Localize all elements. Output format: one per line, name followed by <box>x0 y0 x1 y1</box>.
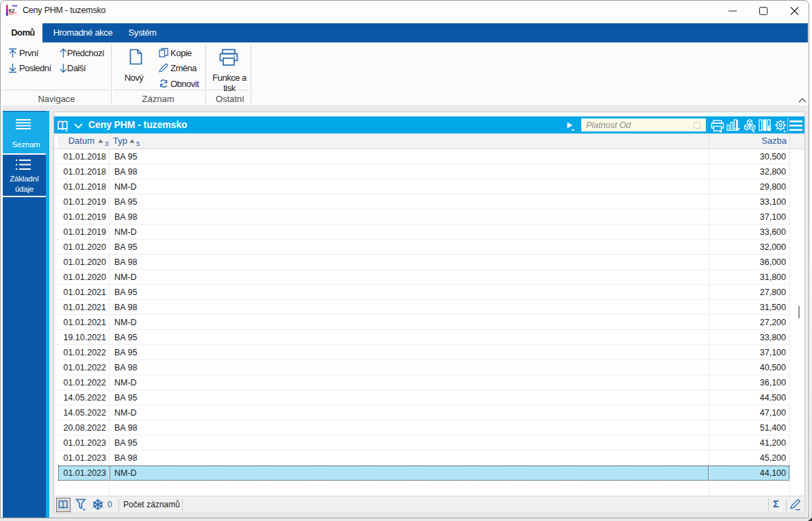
svg-text:K2: K2 <box>9 8 15 13</box>
